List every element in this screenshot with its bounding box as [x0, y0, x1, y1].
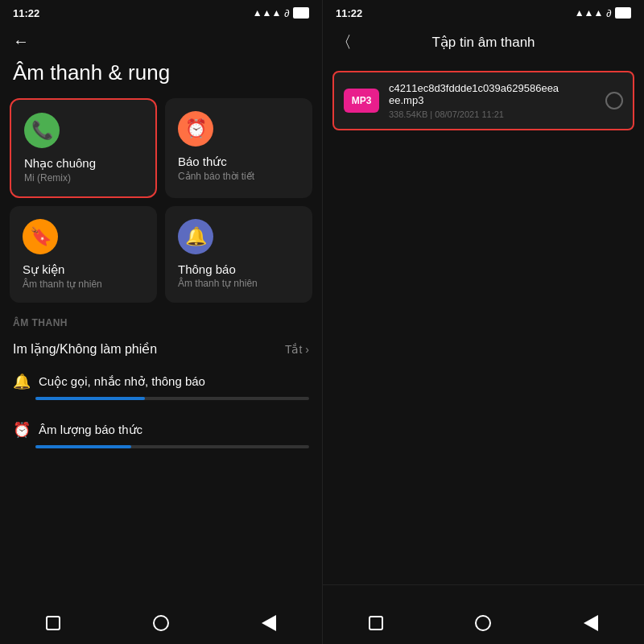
right-page-title: Tập tin âm thanh: [431, 34, 535, 51]
event-icon: 🔖: [23, 219, 58, 254]
right-nav-back-button[interactable]: [577, 609, 605, 638]
am-luong-slider-container: [0, 442, 322, 461]
su-kien-title: Sự kiện: [23, 262, 144, 277]
am-luong-row: ⏰ Âm lượng báo thức: [0, 413, 322, 442]
su-kien-item[interactable]: 🔖 Sự kiện Âm thanh tự nhiên: [10, 206, 157, 303]
left-nav-home-button[interactable]: [147, 609, 175, 638]
right-header: 〈 Tập tin âm thanh: [323, 23, 644, 61]
am-luong-slider-fill: [35, 445, 131, 448]
file-meta: 338.54KB | 08/07/2021 11:21: [389, 109, 596, 119]
sound-options-grid: 📞 Nhạc chuông Mi (Remix) ⏰ Báo thức Cảnh…: [0, 98, 322, 303]
file-item[interactable]: MP3 c4211ec8d3fddde1c039a629586eeaee.mp3…: [332, 71, 634, 130]
im-lang-value: Tắt: [285, 343, 302, 356]
left-status-icons: ▲▲▲ ∂ 88: [253, 7, 309, 19]
im-lang-arrow: ›: [305, 343, 309, 356]
cuoc-goi-slider-track[interactable]: [35, 397, 309, 400]
right-panel: 11:22 ▲▲▲ ∂ 88 〈 Tập tin âm thanh MP3 c4…: [322, 0, 644, 644]
clock-volume-icon: ⏰: [13, 421, 31, 439]
right-wifi-icon: ∂: [606, 7, 611, 19]
right-bottom-nav: [323, 602, 644, 644]
cuoc-goi-label: Cuộc gọi, nhắc nhở, thông báo: [39, 374, 205, 389]
left-back-button[interactable]: ←: [0, 23, 322, 54]
left-page-title: Âm thanh & rung: [0, 54, 322, 98]
nhac-chuong-item[interactable]: 📞 Nhạc chuông Mi (Remix): [10, 98, 157, 198]
nhac-chuong-title: Nhạc chuông: [24, 156, 142, 171]
square-icon: [46, 616, 60, 630]
thong-bao-title: Thông báo: [178, 262, 299, 276]
mp3-badge: MP3: [344, 89, 379, 113]
signal-icon: ▲▲▲: [253, 7, 282, 19]
left-nav-square-button[interactable]: [39, 609, 67, 637]
battery-indicator: 88: [293, 7, 309, 19]
triangle-icon: [262, 615, 276, 631]
right-square-icon: [369, 616, 383, 630]
right-battery-indicator: 88: [615, 7, 631, 19]
bao-thuc-title: Báo thức: [178, 155, 299, 169]
bao-thuc-item[interactable]: ⏰ Báo thức Cảnh báo thời tiết: [165, 98, 312, 198]
im-lang-text: Im lặng/Không làm phiền: [13, 341, 285, 357]
right-status-bar: 11:22 ▲▲▲ ∂ 88: [323, 0, 644, 23]
am-thanh-section-label: ÂM THANH: [0, 303, 322, 333]
left-status-bar: 11:22 ▲▲▲ ∂ 88: [0, 0, 322, 23]
right-back-button[interactable]: 〈: [336, 31, 352, 53]
cuoc-goi-slider-fill: [35, 397, 145, 400]
file-select-radio[interactable]: [605, 92, 623, 109]
left-bottom-nav: [0, 602, 322, 644]
cuoc-goi-slider-container: [0, 394, 322, 413]
phone-icon: 📞: [24, 113, 60, 148]
bell-volume-icon: 🔔: [13, 373, 31, 390]
thong-bao-subtitle: Âm thanh tự nhiên: [178, 278, 299, 289]
left-time: 11:22: [13, 7, 39, 19]
right-nav-home-button[interactable]: [469, 609, 497, 638]
left-nav-back-button[interactable]: [255, 609, 283, 638]
circle-icon: [153, 615, 169, 631]
cuoc-goi-row: 🔔 Cuộc gọi, nhắc nhở, thông báo: [0, 365, 322, 394]
am-luong-label: Âm lượng báo thức: [39, 423, 142, 437]
bao-thuc-subtitle: Cảnh báo thời tiết: [178, 171, 299, 182]
right-triangle-icon: [584, 615, 598, 631]
alarm-icon: ⏰: [178, 111, 213, 147]
right-nav-square-button[interactable]: [362, 609, 390, 637]
right-status-icons: ▲▲▲ ∂ 88: [575, 7, 631, 19]
notification-icon: 🔔: [178, 219, 213, 254]
su-kien-subtitle: Âm thanh tự nhiên: [23, 279, 144, 290]
file-list: MP3 c4211ec8d3fddde1c039a629586eeaee.mp3…: [323, 61, 644, 584]
file-name: c4211ec8d3fddde1c039a629586eeaee.mp3: [389, 82, 596, 106]
right-circle-icon: [475, 615, 491, 631]
thong-bao-item[interactable]: 🔔 Thông báo Âm thanh tự nhiên: [165, 206, 312, 303]
am-luong-slider-track[interactable]: [35, 445, 309, 448]
right-signal-icon: ▲▲▲: [575, 7, 604, 19]
wifi-icon: ∂: [284, 7, 289, 19]
file-info: c4211ec8d3fddde1c039a629586eeaee.mp3 338…: [389, 82, 596, 119]
nhac-chuong-subtitle: Mi (Remix): [24, 172, 142, 184]
right-time: 11:22: [336, 7, 362, 19]
left-panel: 11:22 ▲▲▲ ∂ 88 ← Âm thanh & rung 📞 Nhạc …: [0, 0, 322, 644]
im-lang-item[interactable]: Im lặng/Không làm phiền Tắt ›: [0, 333, 322, 365]
